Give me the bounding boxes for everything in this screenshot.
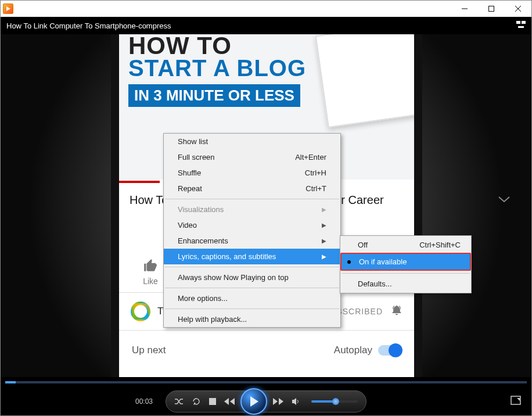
svg-marker-12 bbox=[224, 398, 229, 405]
control-panel bbox=[166, 390, 366, 413]
seek-fill bbox=[5, 381, 16, 383]
menu-item-label: More options... bbox=[178, 294, 228, 303]
menu-item[interactable]: ShuffleCtrl+H bbox=[164, 165, 340, 181]
chevron-down-icon[interactable] bbox=[498, 196, 511, 206]
switch-view-icon[interactable] bbox=[516, 21, 526, 31]
menu-item[interactable]: Enhancements▶ bbox=[164, 233, 340, 249]
autoplay-toggle[interactable] bbox=[378, 345, 401, 356]
upnext-label: Up next bbox=[132, 345, 166, 356]
svg-marker-16 bbox=[279, 398, 283, 405]
stop-button[interactable] bbox=[209, 398, 216, 405]
minimize-button[interactable] bbox=[451, 1, 478, 17]
svg-marker-15 bbox=[273, 398, 278, 405]
volume-slider[interactable] bbox=[311, 400, 358, 403]
menu-separator bbox=[165, 199, 339, 199]
menu-item-label: Shuffle bbox=[178, 168, 201, 177]
menu-item[interactable]: Show list bbox=[164, 134, 340, 149]
submenu-arrow-icon: ▶ bbox=[322, 238, 326, 244]
elapsed-time: 00:03 bbox=[135, 397, 153, 406]
thumb-text: IN 3 MINUTE OR LESS bbox=[128, 84, 300, 107]
svg-rect-7 bbox=[518, 26, 524, 28]
seek-track bbox=[5, 381, 527, 383]
submenu-item-label: Defaults... bbox=[358, 279, 392, 288]
channel-logo[interactable] bbox=[131, 302, 150, 321]
menu-item[interactable]: Lyrics, captions, and subtitles▶ bbox=[164, 249, 340, 264]
next-button[interactable] bbox=[273, 398, 283, 405]
menu-separator bbox=[165, 309, 339, 309]
submenu-item[interactable]: OffCtrl+Shift+C bbox=[340, 237, 471, 253]
svg-marker-17 bbox=[292, 398, 296, 405]
notepad-graphic bbox=[315, 34, 414, 128]
svg-marker-14 bbox=[250, 396, 258, 407]
menu-item[interactable]: Full screenAlt+Enter bbox=[164, 149, 340, 165]
svg-rect-6 bbox=[522, 21, 526, 24]
window-controls bbox=[451, 1, 531, 17]
menu-item-label: Lyrics, captions, and subtitles bbox=[178, 252, 276, 261]
previous-button[interactable] bbox=[224, 398, 235, 405]
svg-marker-0 bbox=[6, 6, 10, 11]
menu-item[interactable]: Video▶ bbox=[164, 217, 340, 233]
submenu-arrow-icon: ▶ bbox=[322, 222, 326, 228]
menu-item[interactable]: More options... bbox=[164, 291, 340, 306]
svg-rect-5 bbox=[516, 21, 520, 24]
menu-item[interactable]: RepeatCtrl+T bbox=[164, 181, 340, 196]
menu-item[interactable]: Always show Now Playing on top bbox=[164, 270, 340, 285]
maximize-button[interactable] bbox=[478, 1, 505, 17]
menu-item-label: Video bbox=[178, 221, 197, 229]
video-stage[interactable]: HOW TO START A BLOG IN 3 MINUTE OR LESS … bbox=[1, 34, 531, 377]
volume-knob bbox=[332, 398, 339, 405]
app-icon bbox=[3, 3, 13, 14]
submenu-item[interactable]: On if available bbox=[342, 254, 470, 270]
menu-item-label: Repeat bbox=[178, 184, 202, 193]
toggle-knob bbox=[389, 343, 402, 357]
svg-marker-19 bbox=[517, 398, 520, 401]
menu-separator bbox=[165, 267, 339, 267]
context-submenu: OffCtrl+Shift+COn if availableDefaults..… bbox=[340, 235, 472, 293]
autoplay-label: Autoplay bbox=[334, 345, 372, 356]
menu-item-label: Help with playback... bbox=[178, 315, 247, 324]
mute-button[interactable] bbox=[292, 397, 300, 406]
menu-separator bbox=[342, 273, 470, 274]
like-label: Like bbox=[142, 277, 159, 286]
play-button[interactable] bbox=[240, 388, 267, 415]
svg-marker-13 bbox=[230, 398, 235, 405]
app-window: How To Link Computer To Smartphone-compr… bbox=[0, 0, 532, 416]
menu-shortcut: Ctrl+Shift+C bbox=[419, 241, 461, 249]
phone-border bbox=[414, 34, 422, 377]
menu-shortcut: Ctrl+T bbox=[305, 184, 326, 193]
phone-border bbox=[111, 34, 119, 377]
shuffle-button[interactable] bbox=[174, 397, 184, 406]
submenu-arrow-icon: ▶ bbox=[322, 206, 326, 213]
fullscreen-button[interactable] bbox=[511, 396, 521, 407]
submenu-item[interactable]: Defaults... bbox=[340, 276, 471, 292]
menu-item-label: Visualizations bbox=[178, 205, 224, 214]
playback-controls: 00:03 bbox=[1, 388, 531, 415]
close-button[interactable] bbox=[505, 1, 531, 17]
menu-item-label: Show list bbox=[178, 137, 208, 146]
context-menu: Show listFull screenAlt+EnterShuffleCtrl… bbox=[163, 133, 341, 328]
like-button[interactable]: Like bbox=[142, 258, 159, 286]
menu-shortcut: Alt+Enter bbox=[295, 153, 326, 162]
media-header: How To Link Computer To Smartphone-compr… bbox=[1, 17, 531, 34]
radio-dot-icon bbox=[347, 260, 351, 264]
thumbs-up-icon bbox=[142, 258, 159, 273]
upnext-row: Up next Autoplay bbox=[119, 331, 414, 370]
submenu-item-label: On if available bbox=[359, 257, 407, 266]
menu-separator bbox=[165, 288, 339, 288]
bell-icon[interactable] bbox=[391, 304, 402, 318]
thumb-text: START A BLOG bbox=[128, 55, 306, 81]
svg-rect-11 bbox=[209, 398, 216, 405]
submenu-arrow-icon: ▶ bbox=[322, 253, 326, 260]
repeat-button[interactable] bbox=[192, 397, 201, 406]
volume-fill bbox=[311, 400, 335, 403]
menu-item[interactable]: Help with playback... bbox=[164, 311, 340, 327]
progress-indicator bbox=[119, 181, 160, 183]
titlebar bbox=[1, 1, 531, 17]
menu-shortcut: Ctrl+H bbox=[305, 168, 326, 177]
seek-bar[interactable] bbox=[1, 377, 531, 388]
menu-item: Visualizations▶ bbox=[164, 202, 340, 217]
menu-item-label: Full screen bbox=[178, 153, 215, 162]
svg-rect-18 bbox=[511, 396, 520, 404]
media-title: How To Link Computer To Smartphone-compr… bbox=[6, 21, 171, 30]
menu-item-label: Always show Now Playing on top bbox=[178, 273, 289, 282]
